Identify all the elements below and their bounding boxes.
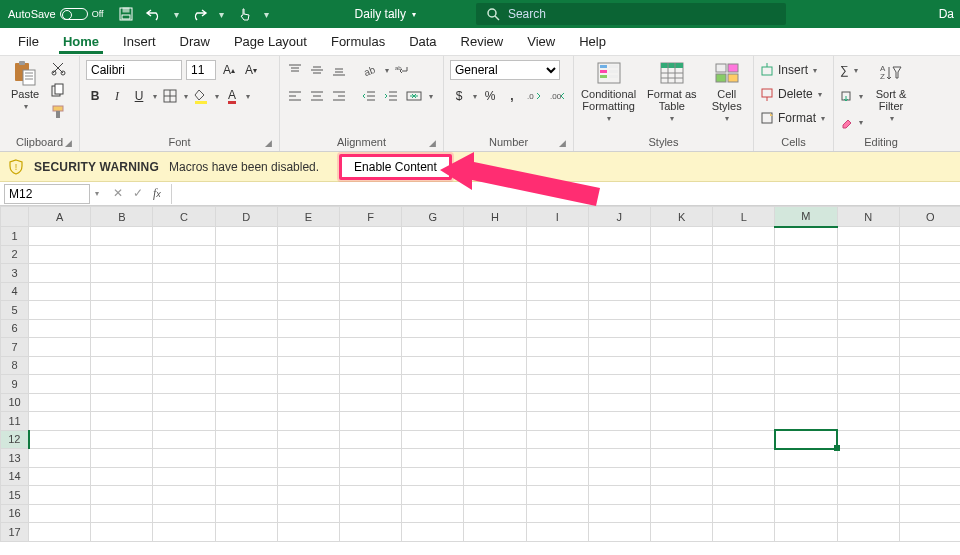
cell[interactable]: [650, 393, 712, 412]
cell[interactable]: [91, 338, 153, 357]
cell[interactable]: [153, 375, 215, 394]
cell[interactable]: [588, 338, 650, 357]
comma-format-icon[interactable]: ,: [503, 86, 521, 106]
cell[interactable]: [588, 245, 650, 264]
cell[interactable]: [775, 227, 837, 246]
cell[interactable]: [464, 467, 526, 486]
align-left-icon[interactable]: [286, 86, 304, 106]
row-header[interactable]: 4: [1, 282, 29, 301]
cell[interactable]: [340, 504, 402, 523]
tab-formulas[interactable]: Formulas: [319, 28, 397, 56]
copy-icon[interactable]: [50, 82, 66, 98]
cell[interactable]: [588, 430, 650, 449]
cell[interactable]: [91, 523, 153, 542]
cell[interactable]: [340, 338, 402, 357]
cell[interactable]: [837, 430, 899, 449]
cell[interactable]: [402, 523, 464, 542]
dropdown-icon[interactable]: ▾: [174, 9, 179, 20]
cell[interactable]: [713, 504, 775, 523]
cell[interactable]: [153, 430, 215, 449]
cell[interactable]: [588, 227, 650, 246]
cell[interactable]: [526, 356, 588, 375]
cell[interactable]: [526, 338, 588, 357]
cell[interactable]: [277, 467, 339, 486]
cell[interactable]: [464, 430, 526, 449]
cell[interactable]: [775, 430, 837, 449]
cell[interactable]: [153, 245, 215, 264]
cell[interactable]: [402, 227, 464, 246]
cell[interactable]: [526, 449, 588, 468]
cell[interactable]: [29, 301, 91, 320]
row-header[interactable]: 17: [1, 523, 29, 542]
paste-button[interactable]: Paste ▾: [6, 60, 44, 120]
tab-home[interactable]: Home: [51, 28, 111, 56]
row-header[interactable]: 12: [1, 430, 29, 449]
cell[interactable]: [340, 319, 402, 338]
cell[interactable]: [153, 523, 215, 542]
cut-icon[interactable]: [50, 60, 66, 76]
cell[interactable]: [153, 356, 215, 375]
redo-icon[interactable]: [191, 6, 207, 22]
cell[interactable]: [713, 430, 775, 449]
cell[interactable]: [713, 319, 775, 338]
column-header[interactable]: H: [464, 207, 526, 227]
cell[interactable]: [588, 523, 650, 542]
tab-help[interactable]: Help: [567, 28, 618, 56]
cell[interactable]: [775, 356, 837, 375]
account-area[interactable]: Da: [939, 7, 960, 21]
cell[interactable]: [650, 504, 712, 523]
cell[interactable]: [464, 227, 526, 246]
underline-button[interactable]: U: [130, 86, 148, 106]
cell[interactable]: [215, 282, 277, 301]
cell[interactable]: [29, 375, 91, 394]
name-box-dropdown-icon[interactable]: ▾: [91, 189, 103, 198]
cell[interactable]: [650, 356, 712, 375]
cell[interactable]: [402, 319, 464, 338]
cell[interactable]: [588, 449, 650, 468]
cell[interactable]: [775, 245, 837, 264]
cell[interactable]: [91, 227, 153, 246]
cell[interactable]: [837, 393, 899, 412]
cell[interactable]: [29, 227, 91, 246]
cell[interactable]: [464, 301, 526, 320]
cell[interactable]: [650, 245, 712, 264]
cell[interactable]: [775, 264, 837, 283]
cell[interactable]: [837, 523, 899, 542]
row-header[interactable]: 7: [1, 338, 29, 357]
cancel-formula-icon[interactable]: ✕: [113, 186, 123, 201]
cell[interactable]: [402, 467, 464, 486]
cell[interactable]: [29, 338, 91, 357]
cell[interactable]: [215, 338, 277, 357]
cell[interactable]: [340, 282, 402, 301]
cell[interactable]: [526, 504, 588, 523]
cell[interactable]: [899, 486, 960, 505]
cell[interactable]: [402, 338, 464, 357]
cell[interactable]: [29, 467, 91, 486]
format-cells-button[interactable]: Format▾: [760, 108, 827, 128]
row-header[interactable]: 13: [1, 449, 29, 468]
cell[interactable]: [402, 375, 464, 394]
column-header[interactable]: F: [340, 207, 402, 227]
cell[interactable]: [215, 412, 277, 431]
cell[interactable]: [464, 338, 526, 357]
cell[interactable]: [526, 227, 588, 246]
enter-formula-icon[interactable]: ✓: [133, 186, 143, 201]
cell[interactable]: [277, 227, 339, 246]
accounting-format-icon[interactable]: $: [450, 86, 468, 106]
cell[interactable]: [713, 301, 775, 320]
cell[interactable]: [899, 282, 960, 301]
cell[interactable]: [837, 319, 899, 338]
cell[interactable]: [91, 486, 153, 505]
row-header[interactable]: 15: [1, 486, 29, 505]
cell[interactable]: [713, 467, 775, 486]
cell[interactable]: [464, 486, 526, 505]
cell[interactable]: [215, 301, 277, 320]
align-middle-icon[interactable]: [308, 60, 326, 80]
cell[interactable]: [153, 264, 215, 283]
cell[interactable]: [464, 523, 526, 542]
cell[interactable]: [775, 486, 837, 505]
cell[interactable]: [153, 412, 215, 431]
column-header[interactable]: A: [29, 207, 91, 227]
cell[interactable]: [277, 356, 339, 375]
cell[interactable]: [340, 486, 402, 505]
